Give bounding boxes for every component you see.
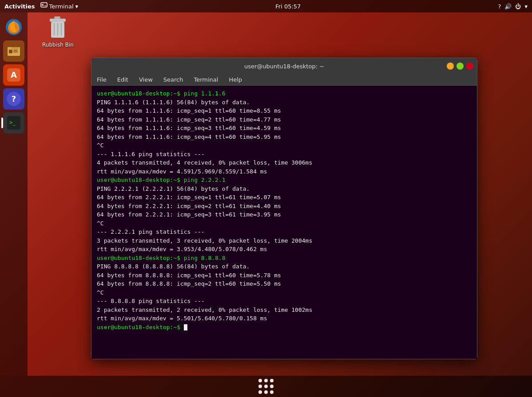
terminal-line: PING 1.1.1.6 (1.1.1.6) 56(84) bytes of d… [97,98,472,107]
svg-rect-17 [54,16,60,19]
terminal-line: --- 8.8.8.8 ping statistics --- [97,297,472,306]
sidebar-item-help[interactable]: ? [3,88,24,110]
terminal-line: 64 bytes from 8.8.8.8: icmp_seq=1 ttl=60… [97,271,472,280]
svg-rect-9 [13,50,18,51]
sidebar-item-firefox[interactable] [3,16,24,38]
sidebar-item-appstore[interactable]: A [3,64,24,86]
topbar-datetime: Fri 05:57 [275,3,301,10]
svg-rect-0 [41,3,47,7]
dot-5 [264,385,268,388]
terminal-line: PING 8.8.8.8 (8.8.8.8) 56(84) bytes of d… [97,262,472,271]
menu-terminal[interactable]: Terminal [192,75,220,84]
taskbar [0,376,532,397]
terminal-line: 64 bytes from 1.1.1.6: icmp_seq=3 ttl=60… [97,124,472,133]
svg-rect-10 [13,51,18,52]
topbar-terminal-menu[interactable]: Terminal ▾ [40,2,78,11]
terminal-line: PING 2.2.2.1 (2.2.2.1) 56(84) bytes of d… [97,185,472,193]
sidebar: A ? >_ [0,12,28,376]
power-icon[interactable]: ⏻ [515,3,521,10]
volume-icon[interactable]: 🔊 [504,3,512,10]
terminal-line: ^C [97,219,472,228]
terminal-line: --- 2.2.2.1 ping statistics --- [97,228,472,236]
terminal-line: 64 bytes from 8.8.8.8: icmp_seq=2 ttl=60… [97,279,472,288]
terminal-line: 64 bytes from 1.1.1.6: icmp_seq=1 ttl=60… [97,106,472,115]
dot-3 [270,379,274,382]
close-button[interactable]: ✕ [466,63,473,70]
menu-edit[interactable]: Edit [115,75,130,84]
terminal-titlebar: user@ubuntu18-desktop: ~ – □ ✕ [91,58,477,74]
dot-1 [258,379,262,382]
terminal-line: 64 bytes from 1.1.1.6: icmp_seq=2 ttl=60… [97,115,472,124]
terminal-title: user@ubuntu18-desktop: ~ [244,63,324,70]
dot-7 [258,390,262,394]
minimize-button[interactable]: – [447,63,454,70]
menu-file[interactable]: File [95,75,108,84]
dot-2 [264,379,268,382]
terminal-line: user@ubuntu18-desktop:~$ [97,323,472,332]
dot-4 [258,385,262,388]
terminal-line: 64 bytes from 2.2.2.1: icmp_seq=1 ttl=61… [97,193,472,202]
app-grid-button[interactable] [258,379,274,394]
terminal-menu-icon [40,2,48,11]
dot-8 [264,390,268,394]
menu-help[interactable]: Help [227,75,244,84]
terminal-line: 4 packets transmitted, 4 received, 0% pa… [97,158,472,167]
terminal-line: rtt min/avg/max/mdev = 5.501/5.640/5.780… [97,314,472,323]
terminal-line: rtt min/avg/max/mdev = 3.953/4.480/5.078… [97,245,472,254]
terminal-cursor [184,324,187,330]
topbar-arrow-icon[interactable]: ▾ [524,3,528,10]
svg-text:>_: >_ [9,119,16,126]
terminal-line: 64 bytes from 2.2.2.1: icmp_seq=3 ttl=61… [97,210,472,219]
topbar-terminal-label[interactable]: Terminal [49,3,74,10]
topbar: Activities Terminal ▾ Fri 05:57 ? 🔊 ⏻ ▾ [0,0,532,12]
terminal-line: rtt min/avg/max/mdev = 4.591/5.969/8.559… [97,167,472,176]
terminal-line: 3 packets transmitted, 3 received, 0% pa… [97,236,472,245]
terminal-line: user@ubuntu18-desktop:~$ ping 2.2.2.1 [97,176,472,185]
terminal-line: --- 1.1.1.6 ping statistics --- [97,150,472,159]
rubbish-bin-desktop[interactable]: Rubbish Bin [42,16,74,48]
terminal-line: 64 bytes from 2.2.2.1: icmp_seq=2 ttl=61… [97,202,472,211]
topbar-right: ? 🔊 ⏻ ▾ [498,3,528,10]
svg-text:?: ? [12,94,16,103]
svg-rect-8 [9,50,12,53]
rubbish-bin-icon [46,16,69,40]
terminal-line: user@ubuntu18-desktop:~$ ping 1.1.1.6 [97,89,472,98]
menu-view[interactable]: View [137,75,155,84]
terminal-line: ^C [97,141,472,150]
svg-rect-18 [50,19,66,22]
activities-button[interactable]: Activities [4,3,35,10]
menu-search[interactable]: Search [162,75,185,84]
question-icon: ? [498,3,501,10]
maximize-button[interactable]: □ [457,63,464,70]
terminal-line: user@ubuntu18-desktop:~$ ping 8.8.8.8 [97,254,472,263]
rubbish-bin-label: Rubbish Bin [42,42,74,48]
terminal-menubar: File Edit View Search Terminal Help [91,74,477,86]
svg-text:A: A [11,70,17,79]
terminal-line: 64 bytes from 1.1.1.6: icmp_seq=4 ttl=60… [97,133,472,142]
topbar-left: Activities Terminal ▾ [4,2,78,11]
sidebar-item-files[interactable] [3,40,24,62]
terminal-line: 2 packets transmitted, 2 received, 0% pa… [97,306,472,314]
window-buttons: – □ ✕ [447,63,473,70]
topbar-terminal-arrow: ▾ [75,3,79,10]
dot-6 [270,385,274,388]
dot-9 [270,390,274,394]
sidebar-item-terminal[interactable]: >_ [3,112,24,134]
terminal-line: ^C [97,288,472,297]
terminal-body[interactable]: user@ubuntu18-desktop:~$ ping 1.1.1.6PIN… [91,86,477,359]
terminal-window: user@ubuntu18-desktop: ~ – □ ✕ File Edit… [91,58,477,359]
